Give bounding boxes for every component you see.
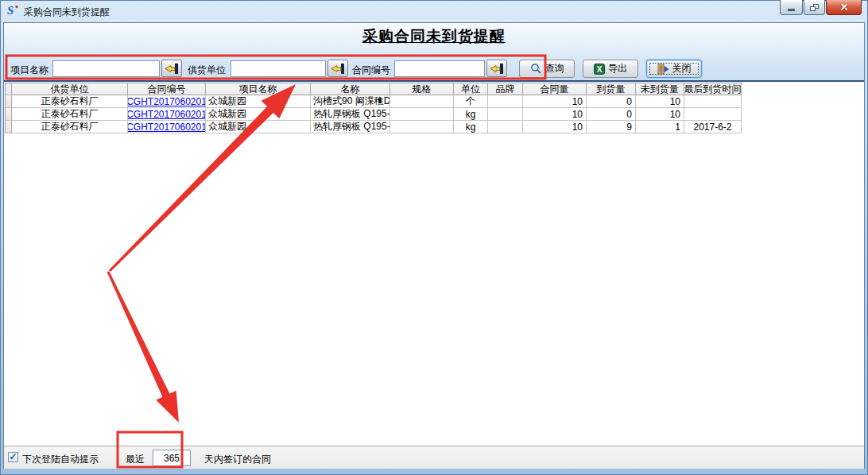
application-window: S 采购合同未到货提醒 采购合同未到货提醒 项目名称 供货单位 合同编号 — [0, 0, 868, 475]
col-header-arrived-qty[interactable]: 到货量 — [587, 83, 636, 95]
query-button-label: 查询 — [545, 62, 564, 75]
table-cell — [684, 95, 742, 108]
table-cell: 众城新园 — [206, 95, 311, 108]
close-button[interactable]: 关闭 — [646, 60, 702, 78]
export-button-label: 导出 — [608, 62, 627, 75]
recent-label: 最近 — [126, 453, 145, 466]
table-cell: 正泰砂石料厂 — [12, 108, 128, 121]
page-title: 采购合同未到货提醒 — [4, 26, 864, 47]
contract-link[interactable]: CGHT2017060201 — [128, 109, 206, 120]
col-header-brand[interactable]: 品牌 — [488, 83, 523, 95]
pointing-hand-icon — [490, 63, 504, 75]
close-window-button[interactable] — [826, 0, 862, 15]
days-suffix-label: 天内签订的合同 — [204, 453, 271, 466]
export-button[interactable]: X 导出 — [583, 60, 638, 78]
col-header-name[interactable]: 名称 — [311, 83, 390, 95]
minimize-button[interactable] — [780, 0, 803, 15]
contract-link[interactable]: CGHT2017060201 — [128, 96, 206, 107]
pointing-hand-icon — [331, 63, 345, 75]
excel-icon: X — [594, 64, 605, 75]
table-cell — [390, 95, 454, 108]
table-cell: 热轧厚钢板 Q195- — [311, 108, 390, 121]
minimize-icon — [788, 9, 795, 11]
project-name-input[interactable] — [52, 60, 160, 77]
row-header — [6, 95, 12, 108]
table-cell: kg — [454, 108, 488, 121]
close-icon — [839, 3, 849, 11]
col-header-unit[interactable]: 单位 — [454, 83, 488, 95]
window-title: 采购合同未到货提醒 — [24, 6, 110, 19]
table-cell: 1 — [636, 121, 684, 133]
contracts-table: 供货单位 合同编号 项目名称 名称 规格 单位 品牌 合同量 到货量 未到货量 … — [5, 83, 742, 133]
table-cell: 个 — [454, 95, 488, 108]
table-cell: 10 — [636, 108, 684, 121]
col-header-contract-no[interactable]: 合同编号 — [128, 83, 206, 95]
table-cell: 0 — [587, 108, 636, 121]
table-cell — [390, 121, 454, 133]
supplier-label: 供货单位 — [188, 64, 226, 77]
project-picker-button[interactable] — [161, 60, 182, 77]
table-cell: 热轧厚钢板 Q195- — [311, 121, 390, 133]
col-header-spec[interactable]: 规格 — [390, 83, 454, 95]
table-cell — [488, 95, 523, 108]
search-icon — [530, 63, 542, 75]
days-input[interactable] — [153, 450, 191, 466]
query-button[interactable]: 查询 — [519, 60, 575, 78]
table-cell: 10 — [636, 95, 684, 108]
table-cell: 10 — [523, 108, 587, 121]
project-name-label: 项目名称 — [10, 64, 48, 77]
restore-icon — [810, 4, 819, 11]
row-header — [6, 83, 12, 95]
table-cell: 0 — [587, 95, 636, 108]
table-row: 正泰砂石料厂 — [12, 95, 128, 108]
supplier-input[interactable] — [231, 60, 326, 77]
col-header-project[interactable]: 项目名称 — [206, 83, 311, 95]
toolbar-separator — [4, 80, 864, 82]
table-cell: 众城新园 — [206, 121, 311, 133]
table-cell — [488, 121, 523, 133]
supplier-picker-button[interactable] — [327, 60, 348, 77]
table-cell: 9 — [587, 121, 636, 133]
table-cell: 正泰砂石料厂 — [12, 121, 128, 133]
table-cell — [684, 108, 742, 121]
table-cell: 2017-6-2 — [684, 121, 742, 133]
col-header-last-arrival[interactable]: 最后到货时间 — [684, 83, 742, 95]
contract-picker-button[interactable] — [486, 60, 507, 77]
restore-button[interactable] — [804, 0, 825, 15]
col-header-pending-qty[interactable]: 未到货量 — [636, 83, 684, 95]
checkmark-icon: ✓ — [9, 453, 17, 461]
auto-prompt-checkbox[interactable]: ✓ — [8, 452, 18, 462]
svg-text:S: S — [7, 4, 14, 17]
focus-ring — [649, 63, 699, 75]
table-cell — [390, 108, 454, 121]
app-icon: S — [6, 4, 19, 17]
table-cell — [488, 108, 523, 121]
contract-no-input[interactable] — [394, 60, 485, 77]
table-cell: kg — [454, 121, 488, 133]
row-header — [6, 121, 12, 133]
auto-prompt-label: 下次登陆自动提示 — [22, 453, 99, 466]
table-cell: 众城新园 — [206, 108, 311, 121]
svg-text:X: X — [597, 64, 603, 73]
title-bar: S 采购合同未到货提醒 — [0, 0, 868, 22]
contract-no-label: 合同编号 — [352, 64, 390, 77]
col-header-contract-qty[interactable]: 合同量 — [523, 83, 587, 95]
col-header-supplier[interactable]: 供货单位 — [12, 83, 128, 95]
table-cell: 沟槽式90 阃渫穛D — [311, 95, 390, 108]
row-header — [6, 108, 12, 121]
pointing-hand-icon — [165, 63, 179, 75]
table-cell: 10 — [523, 95, 587, 108]
contract-link[interactable]: CGHT2017060201 — [128, 122, 206, 133]
table-cell: 10 — [523, 121, 587, 133]
